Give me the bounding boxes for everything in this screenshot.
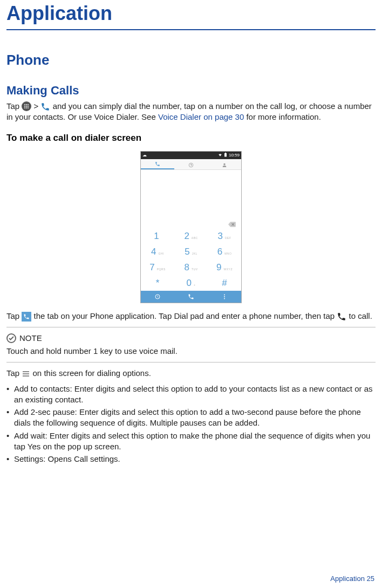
page-title: Application	[6, 0, 376, 29]
voice-dialer-link[interactable]: Voice Dialer on page 30	[158, 112, 244, 121]
key-3: 3DEF	[208, 228, 241, 244]
key-8: 8TUV	[174, 259, 208, 275]
after-3: to call.	[349, 311, 372, 320]
status-bar: ☁ 10:59	[141, 152, 241, 159]
svg-point-3	[24, 106, 25, 107]
after-1: Tap	[6, 311, 22, 320]
dialer-screenshot: ☁ 10:59 1 2ABC 3DEF 4GHI	[140, 151, 242, 303]
svg-point-0	[24, 104, 25, 105]
cloud-icon: ☁	[142, 153, 147, 158]
key-2: 2ABC	[174, 228, 208, 244]
battery-icon	[224, 153, 227, 158]
dial-button	[174, 291, 208, 303]
note-row: NOTE	[6, 333, 376, 344]
note-label: NOTE	[19, 333, 42, 344]
svg-point-4	[26, 106, 27, 107]
apps-icon	[22, 101, 31, 111]
key-star: *	[141, 275, 174, 291]
tab-recent	[174, 162, 208, 169]
intro-text-3: for more information.	[246, 112, 320, 121]
after-2: the tab on your Phone application. Tap D…	[34, 311, 337, 320]
key-5: 5JKL	[174, 244, 208, 259]
page-footer: Application 25	[330, 575, 374, 583]
history-icon	[141, 291, 174, 303]
key-0: 0+	[174, 275, 208, 291]
note-text: Touch and hold number 1 key to use voice…	[6, 346, 376, 357]
list-item: Add wait: Enter digits and select this o…	[6, 430, 376, 453]
divider-2	[6, 362, 376, 363]
list-item: Add to contacts: Enter digits and select…	[6, 384, 376, 406]
phone-icon	[40, 102, 50, 112]
after-shot-paragraph: Tap the tab on your Phone application. T…	[6, 311, 376, 322]
svg-point-15	[224, 296, 225, 297]
intro-paragraph: Tap > and you can simply dial the number…	[6, 101, 376, 123]
status-time: 10:59	[229, 153, 240, 158]
phone-tab-icon	[22, 312, 31, 322]
key-7: 7PQRS	[141, 259, 174, 275]
phone-call-icon	[337, 312, 346, 322]
key-4: 4GHI	[141, 244, 174, 259]
tab-contacts	[208, 162, 241, 169]
dialer-tabs	[141, 159, 241, 170]
overflow-icon	[208, 291, 241, 303]
section-heading: Phone	[6, 52, 376, 69]
tab-dialpad	[141, 161, 174, 169]
dialer-bottom-bar	[141, 291, 241, 303]
dialer-display	[141, 170, 241, 221]
bullet-list: Add to contacts: Enter digits and select…	[6, 384, 376, 465]
dialer-input-row	[141, 221, 241, 228]
svg-point-2	[28, 104, 29, 105]
options-2: on this screen for dialing options.	[33, 368, 151, 378]
wifi-icon	[218, 153, 222, 158]
key-6: 6MNO	[208, 244, 241, 259]
intro-gt: >	[34, 101, 41, 111]
key-9: 9WXYZ	[208, 259, 241, 275]
intro-text-1: Tap	[6, 101, 22, 111]
svg-point-14	[224, 294, 225, 295]
svg-point-16	[224, 298, 225, 299]
options-intro: Tap on this screen for dialing options.	[6, 368, 376, 379]
dialer-heading: To make a call on dialer screen	[6, 133, 376, 143]
svg-point-12	[223, 163, 225, 165]
svg-point-5	[28, 106, 29, 107]
dialer-keypad: 1 2ABC 3DEF 4GHI 5JKL 6MNO 7PQRS 8TUV 9W…	[141, 228, 241, 291]
divider-1	[6, 327, 376, 327]
menu-icon	[22, 370, 30, 378]
svg-rect-9	[224, 153, 227, 157]
key-1: 1	[141, 228, 174, 244]
list-item: Settings: Opens Call settings.	[6, 454, 376, 464]
subsection-heading: Making Calls	[6, 84, 376, 98]
svg-rect-10	[225, 153, 226, 153]
list-item: Add 2-sec pause: Enter digits and select…	[6, 407, 376, 429]
svg-point-7	[26, 107, 27, 108]
title-underline	[6, 29, 376, 30]
key-hash: #	[208, 275, 241, 291]
svg-point-1	[26, 104, 27, 105]
options-1: Tap	[6, 368, 22, 378]
svg-point-8	[28, 107, 29, 108]
svg-point-6	[24, 107, 25, 108]
check-icon	[6, 333, 16, 343]
